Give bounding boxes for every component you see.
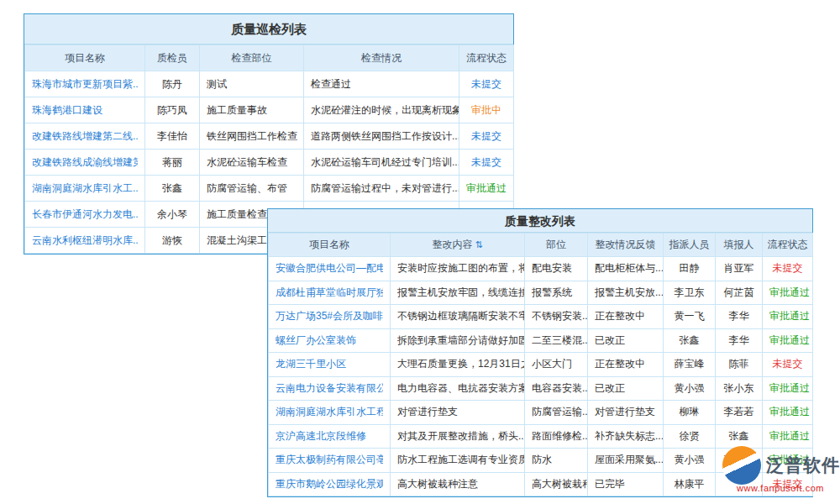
rectify-table-row[interactable]: 万达广场35#会所及咖啡厅空... 不锈钢边框玻璃隔断安装不牢... 不锈钢安装…	[269, 305, 813, 329]
fanpu-logo: 泛普软件 www.fanpusoft.com	[722, 446, 838, 493]
sort-icon[interactable]: ⇅	[475, 239, 482, 249]
inspector-cell: 蒋丽	[145, 150, 200, 176]
check-situation-cell: 防腐管运输过程中，未对管进行...	[304, 176, 459, 202]
status-cell: 审批通过	[763, 424, 813, 449]
project-cell: 云南水利枢纽潜明水库...	[25, 228, 145, 254]
assignee-cell: 薛宝峰	[664, 353, 716, 377]
patrol-table-row[interactable]: 改建铁路线成渝线增建第... 蒋丽 水泥砼运输车检查 水泥砼运输车司机经过专门培…	[25, 150, 514, 176]
rectify-table-row[interactable]: 京沪高速北京段维修 对其及开展整改措施，桥头... 路面维修检... 补齐缺失标…	[269, 424, 813, 449]
status-cell: 未提交	[459, 150, 514, 176]
rectify-table-title: 质量整改列表	[268, 209, 812, 233]
rectify-table-row[interactable]: 湖南洞庭湖水库引水工程施工1... 对管进行垫支 防腐管运输... 对管进行垫支…	[269, 401, 813, 425]
reporter-cell: 何芷茵	[716, 281, 763, 305]
part-cell: 防腐管运输...	[525, 401, 588, 425]
project-link[interactable]: 龙湖三千里小区	[276, 357, 383, 371]
assignee-cell: 黄小强	[664, 449, 716, 473]
project-cell: 龙湖三千里小区	[269, 353, 391, 377]
status-cell: 审批通过	[763, 305, 813, 329]
inspector-cell: 余小琴	[145, 202, 200, 228]
project-cell: 京沪高速北京段维修	[269, 424, 391, 449]
project-cell: 改建铁路线增建第二线...	[25, 123, 145, 150]
status-cell: 审批通过	[459, 176, 514, 202]
patrol-table-row[interactable]: 改建铁路线增建第二线... 李佳怡 铁丝网围挡工作检查 道路两侧铁丝网围挡工作按…	[25, 123, 514, 150]
project-cell: 安徽合肥供电公司—配电设备...	[269, 257, 391, 281]
project-cell: 成都杜甫草堂临时展厅独立展...	[269, 281, 391, 305]
col-header-status: 流程状态	[459, 45, 514, 71]
part-cell: 电容器安装...	[525, 376, 588, 401]
project-link[interactable]: 改建铁路线增建第二线...	[32, 129, 138, 144]
check-situation-cell: 道路两侧铁丝网围挡工作按设计...	[304, 123, 459, 150]
project-link[interactable]: 重庆太极制药有限公司亳州中...	[276, 453, 383, 467]
project-link[interactable]: 珠海市城市更新项目紫...	[32, 77, 138, 92]
status-cell: 审批通过	[763, 281, 813, 305]
rectify-table-row[interactable]: 云南电力设备安装有限公司20... 电力电容器、电抗器安装方案,... 电容器安…	[269, 376, 813, 401]
assignee-cell: 田静	[664, 257, 716, 281]
assignee-cell: 柳琳	[664, 401, 716, 425]
project-link[interactable]: 湖南洞庭湖水库引水工...	[32, 181, 138, 196]
project-link[interactable]: 安徽合肥供电公司—配电设备...	[276, 261, 383, 276]
rectify-content-cell: 安装时应按施工图的布置，将...	[391, 257, 525, 281]
status-cell: 未提交	[459, 123, 514, 150]
project-cell: 湖南洞庭湖水库引水工...	[25, 176, 145, 202]
col-header-rectify-content[interactable]: 整改内容⇅	[391, 234, 525, 257]
reporter-cell: 陈菲	[716, 353, 763, 377]
project-cell: 珠海市城市更新项目紫...	[25, 71, 145, 97]
status-cell: 审批通过	[763, 376, 813, 401]
fanpu-logo-icon	[722, 446, 761, 485]
project-link[interactable]: 云南电力设备安装有限公司20...	[276, 381, 383, 396]
status-cell: 审批中	[459, 97, 514, 123]
rectify-table-row[interactable]: 成都杜甫草堂临时展厅独立展... 报警主机安放牢固，线缆连接... 报警系统 报…	[269, 281, 813, 305]
patrol-table-row[interactable]: 湖南洞庭湖水库引水工... 张鑫 防腐管运输、布管 防腐管运输过程中，未对管进行…	[25, 176, 514, 202]
status-cell: 审批通过	[763, 328, 813, 353]
col-header-reporter: 填报人	[716, 234, 763, 257]
project-link[interactable]: 云南水利枢纽潜明水库...	[32, 234, 138, 248]
rectify-header-row: 项目名称 整改内容⇅ 部位 整改情况反馈 指派人员 填报人 流程状态	[269, 234, 813, 257]
check-part-cell: 铁丝网围挡工作检查	[200, 123, 304, 150]
feedback-cell: 已改正	[588, 328, 664, 353]
col-header-status: 流程状态	[763, 234, 813, 257]
check-part-cell: 水泥砼运输车检查	[200, 150, 304, 176]
rectify-table-row[interactable]: 安徽合肥供电公司—配电设备... 安装时应按施工图的布置，将... 配电安装 配…	[269, 257, 813, 281]
check-part-cell: 防腐管运输、布管	[200, 176, 304, 202]
col-header-assignee: 指派人员	[664, 234, 716, 257]
status-cell: 未提交	[763, 353, 813, 377]
col-header-project: 项目名称	[269, 234, 391, 257]
project-link[interactable]: 珠海鹤港口建设	[32, 103, 138, 118]
col-header-feedback: 整改情况反馈	[588, 234, 664, 257]
part-cell: 不锈钢安装...	[525, 305, 588, 329]
part-cell: 防水	[525, 449, 588, 473]
part-cell: 小区大门	[525, 353, 588, 377]
patrol-table-row[interactable]: 珠海鹤港口建设 陈巧凤 施工质量事故 水泥砼灌注的时候，出现离析现象 审批中	[25, 97, 514, 123]
status-cell: 审批通过	[763, 401, 813, 425]
rectify-table-row[interactable]: 龙湖三千里小区 大理石质量更换，12月31日之... 小区大门 正在整改中 薛宝…	[269, 353, 813, 377]
fanpu-logo-row: 泛普软件	[722, 446, 838, 485]
check-situation-cell: 水泥砼灌注的时候，出现离析现象	[304, 97, 459, 123]
inspector-cell: 陈巧凤	[145, 97, 200, 123]
assignee-cell: 徐贤	[664, 424, 716, 449]
part-cell: 路面维修检...	[525, 424, 588, 449]
project-cell: 珠海鹤港口建设	[25, 97, 145, 123]
project-link[interactable]: 成都杜甫草堂临时展厅独立展...	[276, 286, 383, 300]
project-link[interactable]: 螺丝厂办公室装饰	[276, 333, 383, 348]
rectify-table-row[interactable]: 螺丝厂办公室装饰 拆除到承重墙部分请做好加固... 二至三楼混... 已改正 张…	[269, 328, 813, 353]
project-link[interactable]: 长春市伊通河水力发电...	[32, 207, 138, 222]
rectify-content-cell: 对管进行垫支	[391, 401, 525, 425]
feedback-cell: 已完毕	[588, 472, 664, 496]
project-link[interactable]: 京沪高速北京段维修	[276, 429, 383, 444]
feedback-cell: 对管进行垫支	[588, 401, 664, 425]
col-header-part: 部位	[525, 234, 588, 257]
project-link[interactable]: 万达广场35#会所及咖啡厅空...	[276, 309, 383, 323]
patrol-table-row[interactable]: 珠海市城市更新项目紫... 陈丹 测试 检查通过 未提交	[25, 71, 514, 97]
project-link[interactable]: 改建铁路线成渝线增建第...	[32, 155, 138, 170]
project-link[interactable]: 重庆市鹅岭公园绿化景观提升...	[276, 477, 383, 491]
part-cell: 高大树被栽种	[525, 472, 588, 496]
inspector-cell: 李佳怡	[145, 123, 200, 150]
assignee-cell: 李卫东	[664, 281, 716, 305]
rectify-content-cell: 高大树被栽种注意	[391, 472, 525, 496]
rectify-content-cell: 报警主机安放牢固，线缆连接...	[391, 281, 525, 305]
project-cell: 万达广场35#会所及咖啡厅空...	[269, 305, 391, 329]
col-header-check-situation: 检查情况	[304, 45, 459, 71]
check-part-cell: 测试	[200, 71, 304, 97]
project-link[interactable]: 湖南洞庭湖水库引水工程施工1...	[276, 405, 383, 419]
assignee-cell: 张鑫	[664, 328, 716, 353]
